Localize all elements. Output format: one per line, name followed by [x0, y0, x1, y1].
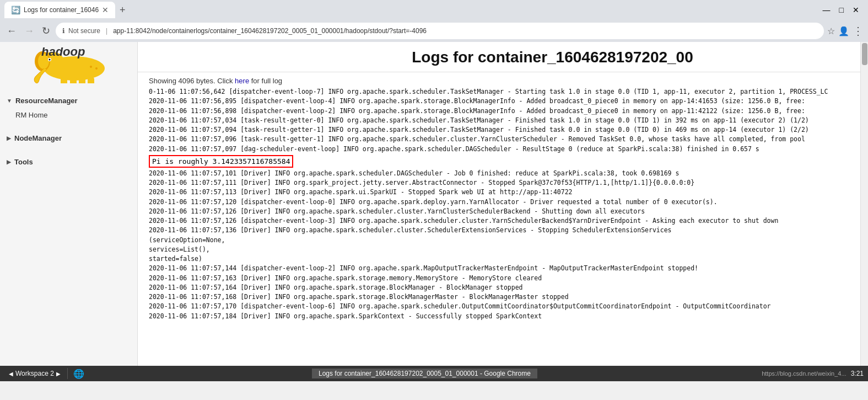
new-tab-button[interactable]: + — [115, 4, 130, 16]
log-line: 2020-11-06 11:07:57,096 [task-result-get… — [149, 135, 857, 144]
svg-rect-7 — [70, 77, 77, 83]
collapse-icon: ▼ — [7, 98, 12, 104]
page-header-area: Logs for container_1604628197202_00 — [138, 42, 868, 72]
tab-favicon: 🔄 — [11, 6, 20, 14]
resource-manager-section: ▼ ResourceManager RM Home — [0, 89, 137, 126]
log-line: 2020-11-06 11:07:57,094 [task-result-get… — [149, 125, 857, 135]
scrollbar[interactable] — [860, 42, 868, 366]
log-line: 2020-11-06 11:07:57,184 [Driver] INFO or… — [149, 312, 857, 321]
sidebar: hadoop ▼ ResourceManager RM Home ▶ NodeM… — [0, 42, 138, 366]
svg-point-12 — [95, 67, 98, 70]
log-line: 2020-11-06 11:07:57,164 [Driver] INFO or… — [149, 283, 857, 292]
log-line: 2020-11-06 11:07:57,136 [Driver] INFO or… — [149, 226, 857, 235]
title-bar: 🔄 Logs for container_16046 ✕ + — □ ✕ — [0, 0, 868, 20]
minimize-button[interactable]: — — [823, 6, 831, 14]
full-log-link[interactable]: here — [235, 77, 249, 85]
forward-button[interactable]: → — [22, 24, 36, 38]
log-lines-before: 0-11-06 11:07:56,642 [dispatcher-event-l… — [149, 87, 857, 154]
node-manager-label: NodeManager — [14, 134, 62, 142]
taskbar-time: 3:21 — [851, 370, 864, 377]
tools-header[interactable]: ▶ Tools — [0, 154, 137, 169]
pi-value: Pi is roughly 3.1423357116785584 — [149, 155, 293, 168]
taskbar-center: Logs for container_1604628197202_0005_01… — [88, 369, 762, 378]
log-line: 2020-11-06 11:07:57,097 [dag-scheduler-e… — [149, 145, 857, 154]
security-icon: ℹ — [62, 27, 65, 35]
svg-point-11 — [90, 66, 92, 68]
log-lines-after: 2020-11-06 11:07:57,101 [Driver] INFO or… — [149, 169, 857, 321]
taskbar-right: https://blog.csdn.net/weixin_4... 3:21 — [762, 370, 864, 377]
log-line: 2020-11-06 11:07:57,170 [dispatcher-even… — [149, 302, 857, 311]
tab-title: Logs for container_16046 — [24, 6, 99, 14]
resource-manager-label: ResourceManager — [15, 97, 78, 105]
log-line: 2020-11-06 11:07:57,113 [Driver] INFO or… — [149, 188, 857, 197]
log-line: 2020-11-06 11:07:57,111 [Driver] INFO or… — [149, 178, 857, 188]
maximize-button[interactable]: □ — [839, 6, 844, 14]
taskbar-url: https://blog.csdn.net/weixin_4... — [762, 370, 846, 377]
main-content: Logs for container_1604628197202_00 Show… — [138, 42, 868, 366]
sidebar-item-rm-home[interactable]: RM Home — [0, 108, 137, 122]
reload-button[interactable]: ↻ — [40, 24, 52, 38]
tools-label: Tools — [14, 158, 33, 166]
collapse-icon-nm: ▶ — [7, 135, 11, 141]
svg-point-5 — [48, 59, 50, 61]
log-content: Showing 4096 bytes. Click here for full … — [138, 72, 868, 352]
browser-chrome: 🔄 Logs for container_16046 ✕ + — □ ✕ ← →… — [0, 0, 868, 42]
log-line: 2020-11-06 11:07:57,101 [Driver] INFO or… — [149, 169, 857, 178]
log-line: 2020-11-06 11:07:56,895 [dispatcher-even… — [149, 97, 857, 106]
log-line: (serviceOption=None, — [149, 236, 857, 245]
log-line: 2020-11-06 11:07:57,120 [dispatcher-even… — [149, 198, 857, 207]
workspace-left-chevron[interactable]: ◀ — [9, 371, 13, 377]
scrollbar-thumb[interactable] — [862, 43, 867, 65]
log-line: 0-11-06 11:07:56,642 [dispatcher-event-l… — [149, 87, 857, 97]
log-line: 2020-11-06 11:07:57,126 [Driver] INFO or… — [149, 207, 857, 216]
svg-rect-9 — [88, 77, 94, 83]
close-button[interactable]: ✕ — [853, 6, 859, 14]
svg-text:hadoop: hadoop — [41, 47, 85, 58]
log-line: 2020-11-06 11:07:56,898 [dispatcher-even… — [149, 106, 857, 116]
address-text: app-11:8042/node/containerlogs/container… — [113, 27, 817, 35]
log-info-line: Showing 4096 bytes. Click here for full … — [149, 77, 857, 85]
workspace-area[interactable]: ◀ Workspace 2 ▶ — [4, 370, 65, 377]
log-line: 2020-11-06 11:07:57,126 [dispatcher-even… — [149, 216, 857, 226]
tools-section: ▶ Tools — [0, 150, 137, 174]
address-bar-row: ← → ↻ ℹ Not secure | app-11:8042/node/co… — [0, 20, 868, 42]
svg-rect-8 — [79, 77, 85, 83]
pi-result-line: Pi is roughly 3.1423357116785584 — [149, 154, 857, 169]
log-line: 2020-11-06 11:07:57,144 [dispatcher-even… — [149, 264, 857, 273]
back-button[interactable]: ← — [4, 24, 19, 38]
browser-body: hadoop ▼ ResourceManager RM Home ▶ NodeM… — [0, 42, 868, 366]
taskbar: ◀ Workspace 2 ▶ 🌐 Logs for container_160… — [0, 366, 868, 381]
log-line: started=false) — [149, 254, 857, 264]
workspace-right-chevron[interactable]: ▶ — [56, 371, 61, 377]
hadoop-logo: hadoop — [19, 47, 118, 83]
tab-close-button[interactable]: ✕ — [102, 6, 109, 14]
address-bar[interactable]: ℹ Not secure | app-11:8042/node/containe… — [56, 23, 824, 39]
collapse-icon-tools: ▶ — [7, 159, 11, 165]
node-manager-section: ▶ NodeManager — [0, 126, 137, 150]
profile-icon[interactable]: 👤 — [838, 26, 849, 36]
active-tab[interactable]: 🔄 Logs for container_16046 ✕ — [4, 2, 115, 18]
workspace-label: Workspace 2 — [15, 370, 54, 377]
protocol-label: Not secure — [68, 27, 100, 35]
resource-manager-header[interactable]: ▼ ResourceManager — [0, 93, 137, 108]
log-line: 2020-11-06 11:07:57,034 [task-result-get… — [149, 116, 857, 125]
page-title: Logs for container_1604628197202_00 — [270, 47, 857, 66]
bookmark-icon[interactable]: ☆ — [827, 26, 835, 36]
taskbar-divider — [67, 368, 68, 379]
chrome-taskbar-icon[interactable]: 🌐 — [73, 369, 84, 379]
log-line: 2020-11-06 11:07:57,163 [Driver] INFO or… — [149, 274, 857, 283]
menu-icon[interactable]: ⋮ — [853, 24, 864, 38]
taskbar-window-title[interactable]: Logs for container_1604628197202_0005_01… — [312, 369, 537, 378]
rm-home-label: RM Home — [15, 111, 48, 119]
svg-rect-6 — [61, 77, 67, 83]
log-line: 2020-11-06 11:07:57,168 [Driver] INFO or… — [149, 292, 857, 302]
log-line: services=List(), — [149, 245, 857, 254]
node-manager-header[interactable]: ▶ NodeManager — [0, 131, 137, 146]
